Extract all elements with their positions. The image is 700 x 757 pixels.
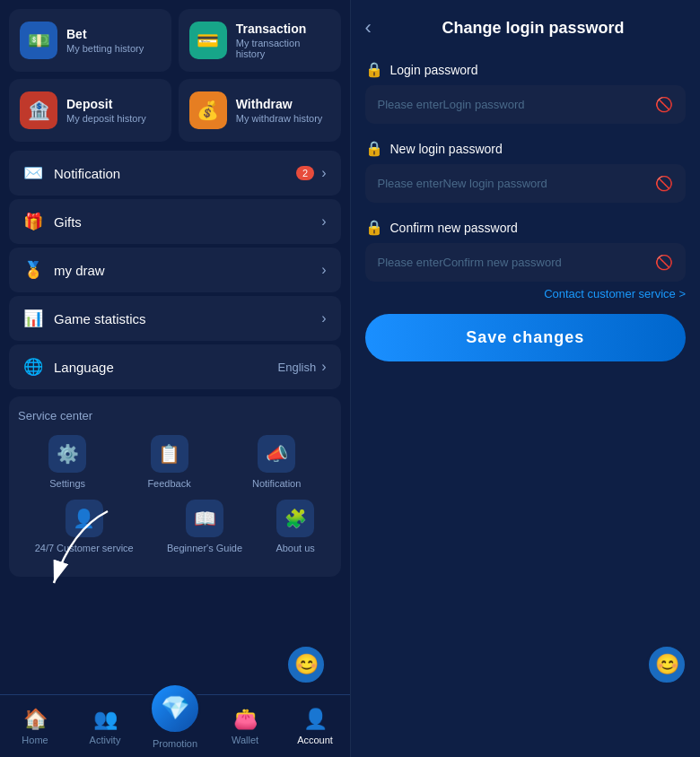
- service-label-settings: Settings: [49, 478, 85, 489]
- field-group-new-login-password: 🔒 New login password 🚫: [365, 140, 687, 203]
- menu-label-gifts: Gifts: [54, 214, 321, 230]
- field-label-new-login-password: 🔒 New login password: [365, 140, 687, 157]
- field-input-wrap-new-login-password: 🚫: [365, 164, 687, 203]
- menu-label-my-draw: my draw: [54, 263, 321, 278]
- card-transaction[interactable]: 💳 Transaction My transaction history: [179, 9, 341, 72]
- left-panel: 💵 Bet My betting history 💳 Transaction M…: [0, 0, 350, 757]
- nav-label-home: Home: [22, 735, 48, 745]
- service-icon-feedback: 📋: [151, 435, 188, 473]
- nav-label-account: Account: [297, 735, 333, 745]
- back-button[interactable]: ‹: [365, 16, 372, 39]
- menu-item-game-statistics[interactable]: 📊 Game statistics ›: [9, 296, 341, 341]
- card-title-withdraw: Withdraw: [236, 97, 323, 111]
- right-panel-title: Change login password: [381, 19, 686, 38]
- chat-bubble-left[interactable]: 😊: [285, 644, 327, 685]
- field-input-wrap-login-password: 🚫: [365, 85, 687, 124]
- nav-item-account[interactable]: 👤 Account: [280, 708, 350, 745]
- menu-item-gifts[interactable]: 🎁 Gifts ›: [9, 199, 341, 244]
- nav-item-wallet[interactable]: 👛 Wallet: [210, 708, 280, 745]
- nav-icon-wallet: 👛: [233, 708, 258, 731]
- menu-label-language: Language: [54, 360, 278, 375]
- nav-icon-account: 👤: [303, 708, 328, 731]
- contact-service[interactable]: Contact customer service >: [351, 285, 701, 301]
- field-label-login-password: 🔒 Login password: [365, 61, 687, 78]
- nav-item-home[interactable]: 🏠 Home: [0, 708, 70, 745]
- service-icon-settings: ⚙️: [48, 435, 86, 473]
- service-center: Service center ⚙️ Settings 📋 Feedback 📣 …: [9, 396, 341, 577]
- nav-icon-home: 🏠: [23, 708, 48, 731]
- save-changes-button[interactable]: Save changes: [365, 314, 687, 361]
- service-icons-row-2: 👤 24/7 Customer service 📖 Beginner's Gui…: [18, 500, 332, 553]
- field-group-confirm-new-password: 🔒 Confirm new password 🚫: [365, 219, 687, 282]
- card-deposit[interactable]: 🏦 Deposit My deposit history: [9, 79, 171, 142]
- nav-label-promotion: Promotion: [153, 738, 197, 749]
- service-label-about-us: About us: [276, 543, 314, 553]
- card-icon-transaction: 💳: [189, 22, 227, 59]
- nav-promotion-center[interactable]: 💎: [149, 683, 201, 735]
- menu-value-language: English: [278, 361, 317, 374]
- cards-grid: 💵 Bet My betting history 💳 Transaction M…: [0, 0, 350, 151]
- card-sub-transaction: My transaction history: [236, 38, 330, 59]
- field-label-confirm-new-password: 🔒 Confirm new password: [365, 219, 687, 236]
- nav-item-activity[interactable]: 👥 Activity: [70, 708, 140, 745]
- eye-icon-new-login-password[interactable]: 🚫: [655, 175, 673, 192]
- card-title-deposit: Deposit: [66, 97, 146, 111]
- card-icon-withdraw: 💰: [189, 91, 227, 129]
- field-input-new-login-password[interactable]: [378, 177, 656, 190]
- service-icon-about-us: 🧩: [276, 500, 314, 537]
- service-icon-customer-service: 👤: [66, 500, 103, 537]
- chevron-game-statistics: ›: [321, 310, 326, 326]
- chevron-notification: ›: [321, 165, 326, 181]
- save-btn-wrap: Save changes: [351, 301, 701, 361]
- chat-bubble-right[interactable]: 😊: [646, 644, 687, 685]
- card-sub-deposit: My deposit history: [66, 113, 146, 124]
- card-icon-deposit: 🏦: [20, 91, 57, 129]
- eye-icon-login-password[interactable]: 🚫: [655, 96, 673, 113]
- card-bet[interactable]: 💵 Bet My betting history: [9, 9, 171, 72]
- nav-label-activity: Activity: [90, 735, 121, 745]
- menu-item-my-draw[interactable]: 🏅 my draw ›: [9, 248, 341, 292]
- service-item-settings[interactable]: ⚙️ Settings: [48, 435, 86, 489]
- menu-icon-game-statistics: 📊: [23, 309, 43, 328]
- service-label-beginners-guide: Beginner's Guide: [167, 543, 242, 553]
- menu-icon-language: 🌐: [23, 357, 43, 377]
- card-title-transaction: Transaction: [236, 22, 330, 36]
- menu-item-language[interactable]: 🌐 Language English ›: [9, 344, 341, 389]
- service-center-title: Service center: [18, 409, 332, 422]
- service-item-customer-service[interactable]: 👤 24/7 Customer service: [35, 500, 134, 553]
- chevron-language: ›: [321, 359, 326, 375]
- menu-badge-notification: 2: [296, 166, 314, 180]
- service-icon-notification-sc: 📣: [258, 435, 295, 473]
- lock-icon-new-login-password: 🔒: [365, 140, 383, 157]
- service-item-about-us[interactable]: 🧩 About us: [276, 500, 314, 553]
- menu-icon-my-draw: 🏅: [23, 260, 43, 280]
- bottom-nav: 🏠 Home 👥 Activity 💎 Promotion 👛 Wallet 👤…: [0, 694, 350, 757]
- field-input-confirm-new-password[interactable]: [378, 256, 656, 269]
- menu-item-notification[interactable]: ✉️ Notification 2 ›: [9, 151, 341, 196]
- nav-label-wallet: Wallet: [232, 735, 258, 745]
- field-input-login-password[interactable]: [378, 98, 656, 111]
- service-item-notification-sc[interactable]: 📣 Notification: [252, 435, 301, 489]
- chevron-my-draw: ›: [321, 262, 326, 278]
- field-group-login-password: 🔒 Login password 🚫: [365, 61, 687, 124]
- card-title-bet: Bet: [66, 27, 144, 41]
- contact-service-link[interactable]: Contact customer service >: [544, 287, 686, 300]
- eye-icon-confirm-new-password[interactable]: 🚫: [655, 254, 673, 271]
- card-withdraw[interactable]: 💰 Withdraw My withdraw history: [179, 79, 341, 142]
- card-sub-bet: My betting history: [66, 43, 144, 54]
- service-label-feedback: Feedback: [147, 478, 190, 489]
- service-label-notification-sc: Notification: [252, 478, 301, 489]
- lock-icon-confirm-new-password: 🔒: [365, 219, 383, 236]
- password-form: 🔒 Login password 🚫 🔒 New login password …: [351, 52, 701, 291]
- service-item-feedback[interactable]: 📋 Feedback: [147, 435, 190, 489]
- service-icons-row-1: ⚙️ Settings 📋 Feedback 📣 Notification: [18, 435, 332, 489]
- nav-item-promotion[interactable]: 💎 Promotion: [140, 704, 210, 749]
- right-panel: ‹ Change login password 🔒 Login password…: [351, 0, 701, 757]
- field-input-wrap-confirm-new-password: 🚫: [365, 243, 687, 282]
- service-item-beginners-guide[interactable]: 📖 Beginner's Guide: [167, 500, 242, 553]
- service-icon-beginners-guide: 📖: [186, 500, 223, 537]
- nav-icon-activity: 👥: [93, 708, 118, 731]
- menu-label-notification: Notification: [54, 166, 296, 181]
- menu-list: ✉️ Notification 2 › 🎁 Gifts › 🏅 my draw …: [0, 151, 350, 389]
- service-label-customer-service: 24/7 Customer service: [35, 543, 134, 553]
